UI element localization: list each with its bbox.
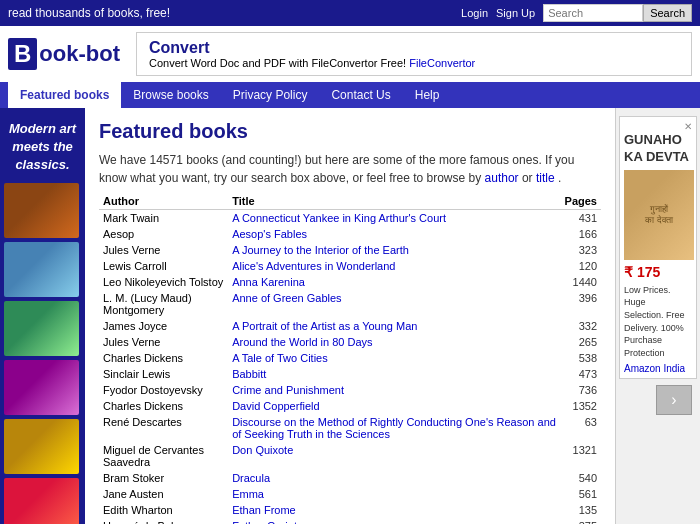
book-author: Miguel de Cervantes Saavedra xyxy=(99,442,228,470)
table-row: Jane AustenEmma561 xyxy=(99,486,601,502)
book-pages: 396 xyxy=(561,290,601,318)
book-author: Jane Austen xyxy=(99,486,228,502)
book-author: Fyodor Dostoyevsky xyxy=(99,382,228,398)
book-title[interactable]: Anne of Green Gables xyxy=(228,290,560,318)
ad-banner-title: Convert xyxy=(149,39,679,57)
author-link[interactable]: author xyxy=(485,171,519,185)
close-icon[interactable]: ✕ xyxy=(684,121,692,132)
book-title[interactable]: Crime and Punishment xyxy=(228,382,560,398)
book-author: Bram Stoker xyxy=(99,470,228,486)
book-pages: 1321 xyxy=(561,442,601,470)
book-title[interactable]: Alice's Adventures in Wonderland xyxy=(228,258,560,274)
col-title: Title xyxy=(228,193,560,210)
sidebar-book-1 xyxy=(4,183,79,238)
book-title[interactable]: Don Quixote xyxy=(228,442,560,470)
search-input[interactable] xyxy=(543,4,643,22)
table-row: AesopAesop's Fables166 xyxy=(99,226,601,242)
table-row: Lewis CarrollAlice's Adventures in Wonde… xyxy=(99,258,601,274)
right-ad: ✕ GUNAHO KA DEVTA गुनाहों का देवता ₹ 175… xyxy=(619,116,697,379)
table-row: Sinclair LewisBabbitt473 xyxy=(99,366,601,382)
ad-right-title: GUNAHO KA DEVTA xyxy=(624,132,692,166)
right-sidebar: ✕ GUNAHO KA DEVTA गुनाहों का देवता ₹ 175… xyxy=(615,108,700,524)
book-pages: 332 xyxy=(561,318,601,334)
book-title[interactable]: David Copperfield xyxy=(228,398,560,414)
book-author: René Descartes xyxy=(99,414,228,442)
table-row: Leo Nikoleyevich TolstoyAnna Karenina144… xyxy=(99,274,601,290)
book-title[interactable]: Father Goriot xyxy=(228,518,560,524)
table-row: Edith WhartonEthan Frome135 xyxy=(99,502,601,518)
title-link[interactable]: title xyxy=(536,171,555,185)
book-title[interactable]: Ethan Frome xyxy=(228,502,560,518)
book-author: Charles Dickens xyxy=(99,398,228,414)
sidebar-promo-text: Modern art meets the classics. xyxy=(4,116,81,179)
sidebar-book-3 xyxy=(4,301,79,356)
book-author: Mark Twain xyxy=(99,210,228,227)
ad-price: ₹ 175 xyxy=(624,264,692,280)
book-title[interactable]: Babbitt xyxy=(228,366,560,382)
book-author: Leo Nikoleyevich Tolstoy xyxy=(99,274,228,290)
sidebar-book-2 xyxy=(4,242,79,297)
nav-browse-books[interactable]: Browse books xyxy=(121,82,220,108)
table-row: James JoyceA Portrait of the Artist as a… xyxy=(99,318,601,334)
book-pages: 1440 xyxy=(561,274,601,290)
table-row: Charles DickensA Tale of Two Cities538 xyxy=(99,350,601,366)
ad-banner-link[interactable]: FileConvertor xyxy=(409,57,475,69)
table-row: Miguel de Cervantes SaavedraDon Quixote1… xyxy=(99,442,601,470)
book-author: Jules Verne xyxy=(99,242,228,258)
book-pages: 736 xyxy=(561,382,601,398)
main-layout: Modern art meets the classics. ROCK PAPE… xyxy=(0,108,700,524)
sidebar-book-5 xyxy=(4,419,79,474)
book-author: L. M. (Lucy Maud) Montgomery xyxy=(99,290,228,318)
nav-privacy-policy[interactable]: Privacy Policy xyxy=(221,82,320,108)
book-pages: 166 xyxy=(561,226,601,242)
col-author: Author xyxy=(99,193,228,210)
book-author: Charles Dickens xyxy=(99,350,228,366)
nav-help[interactable]: Help xyxy=(403,82,452,108)
book-author: Honoré de Balzac xyxy=(99,518,228,524)
book-pages: 561 xyxy=(561,486,601,502)
header: Book-bot Convert Convert Word Doc and PD… xyxy=(0,26,700,82)
ad-next-button[interactable]: › xyxy=(656,385,692,415)
ad-amazon-link[interactable]: Amazon India xyxy=(624,363,692,374)
protection-text: Protection xyxy=(624,347,692,360)
book-title[interactable]: A Connecticut Yankee in King Arthur's Co… xyxy=(228,210,560,227)
book-pages: 120 xyxy=(561,258,601,274)
table-row: Jules VerneA Journey to the Interior of … xyxy=(99,242,601,258)
book-table-body: Mark TwainA Connecticut Yankee in King A… xyxy=(99,210,601,525)
book-pages: 540 xyxy=(561,470,601,486)
header-ad-banner: Convert Convert Word Doc and PDF with Fi… xyxy=(136,32,692,76)
table-row: L. M. (Lucy Maud) MontgomeryAnne of Gree… xyxy=(99,290,601,318)
book-title[interactable]: A Portrait of the Artist as a Young Man xyxy=(228,318,560,334)
signup-link[interactable]: Sign Up xyxy=(496,7,535,19)
page-description: We have 14571 books (and counting!) but … xyxy=(99,151,601,187)
table-row: Bram StokerDracula540 xyxy=(99,470,601,486)
book-title[interactable]: Anna Karenina xyxy=(228,274,560,290)
login-link[interactable]: Login xyxy=(461,7,488,19)
sidebar-book-4 xyxy=(4,360,79,415)
nav-contact-us[interactable]: Contact Us xyxy=(319,82,402,108)
logo: Book-bot xyxy=(8,38,120,70)
book-title[interactable]: Discourse on the Method of Rightly Condu… xyxy=(228,414,560,442)
purchase-text: Purchase xyxy=(624,334,692,347)
book-pages: 473 xyxy=(561,366,601,382)
nav-bar: Featured books Browse books Privacy Poli… xyxy=(0,82,700,108)
book-title[interactable]: A Tale of Two Cities xyxy=(228,350,560,366)
top-bar-right: Login Sign Up Search xyxy=(461,4,692,22)
sidebar-book-6 xyxy=(4,478,79,524)
book-pages: 375 xyxy=(561,518,601,524)
book-pages: 1352 xyxy=(561,398,601,414)
nav-featured-books[interactable]: Featured books xyxy=(8,82,121,108)
book-pages: 538 xyxy=(561,350,601,366)
book-title[interactable]: Dracula xyxy=(228,470,560,486)
book-pages: 323 xyxy=(561,242,601,258)
book-table: Author Title Pages Mark TwainA Connectic… xyxy=(99,193,601,524)
book-title[interactable]: Around the World in 80 Days xyxy=(228,334,560,350)
book-title[interactable]: Aesop's Fables xyxy=(228,226,560,242)
book-author: Jules Verne xyxy=(99,334,228,350)
book-pages: 265 xyxy=(561,334,601,350)
book-title[interactable]: A Journey to the Interior of the Earth xyxy=(228,242,560,258)
search-button[interactable]: Search xyxy=(643,4,692,22)
ad-description: Low Prices. Huge Selection. Free Deliver… xyxy=(624,284,692,360)
book-title[interactable]: Emma xyxy=(228,486,560,502)
page-title: Featured books xyxy=(99,120,601,143)
